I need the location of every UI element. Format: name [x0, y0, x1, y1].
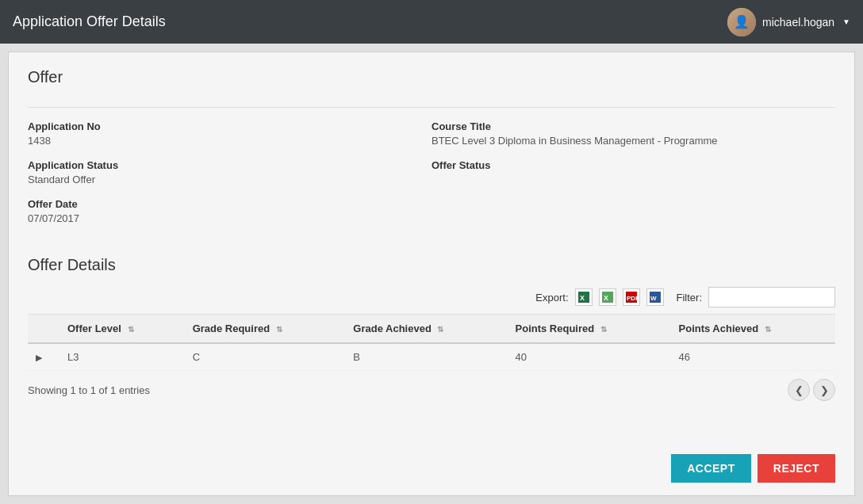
table-controls: Export: X X PDF W Filter:	[28, 287, 835, 307]
next-icon: ❯	[820, 384, 829, 396]
sort-points-required-icon[interactable]: ⇅	[600, 325, 607, 334]
export-label: Export:	[535, 292, 568, 304]
showing-text: Showing 1 to 1 of 1 entries	[28, 384, 150, 396]
application-no-value: 1438	[28, 135, 432, 147]
offer-status-label: Offer Status	[432, 159, 835, 171]
header: Application Offer Details 👤 michael.hoga…	[0, 0, 863, 44]
offer-status-group: Offer Status	[432, 159, 835, 171]
sort-grade-achieved-icon[interactable]: ⇅	[437, 325, 443, 334]
export-excel2-button[interactable]: X	[599, 288, 616, 306]
row-expand[interactable]: ▶	[28, 343, 59, 371]
offer-section: Offer	[9, 52, 854, 107]
prev-page-button[interactable]: ❮	[788, 379, 810, 401]
avatar: 👤	[727, 8, 756, 36]
pagination-row: Showing 1 to 1 of 1 entries ❮ ❯	[9, 371, 854, 409]
main-content: Offer Application No 1438 Application St…	[8, 52, 855, 496]
offer-details-section: Offer Details Export: X X PDF W Filter:	[9, 243, 854, 371]
row-grade-achieved: B	[345, 343, 507, 371]
prev-icon: ❮	[795, 384, 804, 396]
th-points-required: Points Required ⇅	[508, 315, 671, 344]
next-page-button[interactable]: ❯	[813, 379, 835, 401]
table-header: Offer Level ⇅ Grade Required ⇅ Grade Ach…	[28, 315, 835, 344]
row-points-achieved: 46	[671, 343, 835, 371]
row-offer-level: L3	[59, 343, 185, 371]
sort-offer-level-icon[interactable]: ⇅	[128, 325, 134, 334]
sort-grade-required-icon[interactable]: ⇅	[276, 325, 282, 334]
offer-date-group: Offer Date 07/07/2017	[28, 198, 432, 224]
username: michael.hogan	[762, 16, 834, 29]
table-body: ▶ L3 C B 40 46	[28, 343, 835, 371]
application-no-group: Application No 1438	[28, 120, 432, 147]
svg-text:X: X	[604, 294, 608, 302]
offer-details-title: Offer Details	[28, 256, 835, 274]
offer-fields: Application No 1438 Application Status S…	[9, 108, 854, 243]
export-word-button[interactable]: W	[646, 288, 664, 306]
page-title: Application Offer Details	[13, 13, 166, 30]
th-grade-achieved-label: Grade Achieved	[353, 323, 432, 334]
user-dropdown-arrow: ▼	[842, 17, 850, 26]
filter-label: Filter:	[677, 292, 703, 304]
th-grade-required-label: Grade Required	[193, 323, 270, 334]
application-status-label: Application Status	[28, 159, 432, 171]
sort-points-achieved-icon[interactable]: ⇅	[765, 325, 771, 334]
th-grade-achieved: Grade Achieved ⇅	[345, 315, 507, 344]
offer-details-table: Offer Level ⇅ Grade Required ⇅ Grade Ach…	[28, 314, 835, 371]
course-title-group: Course Title BTEC Level 3 Diploma in Bus…	[432, 120, 835, 147]
user-menu[interactable]: 👤 michael.hogan ▼	[727, 8, 850, 36]
th-points-achieved-label: Points Achieved	[679, 323, 759, 334]
th-offer-level-label: Offer Level	[67, 323, 121, 334]
application-status-group: Application Status Standard Offer	[28, 159, 432, 185]
application-status-value: Standard Offer	[28, 174, 432, 185]
svg-text:PDF: PDF	[627, 295, 637, 302]
pagination-controls: ❮ ❯	[788, 379, 835, 401]
course-title-label: Course Title	[432, 120, 835, 132]
th-points-achieved: Points Achieved ⇅	[671, 315, 835, 344]
th-offer-level: Offer Level ⇅	[59, 315, 185, 344]
offer-date-label: Offer Date	[28, 198, 432, 210]
row-points-required: 40	[508, 343, 671, 371]
table-row: ▶ L3 C B 40 46	[28, 343, 835, 371]
export-pdf-button[interactable]: PDF	[623, 288, 640, 306]
th-grade-required: Grade Required ⇅	[185, 315, 346, 344]
offer-date-value: 07/07/2017	[28, 212, 432, 224]
accept-button[interactable]: ACCEPT	[671, 454, 751, 483]
reject-button[interactable]: REJECT	[758, 454, 835, 483]
svg-text:W: W	[650, 295, 657, 302]
course-title-value: BTEC Level 3 Diploma in Business Managem…	[432, 135, 835, 147]
export-excel1-button[interactable]: X	[575, 288, 593, 306]
row-grade-required: C	[185, 343, 346, 371]
application-no-label: Application No	[28, 120, 432, 132]
expand-icon[interactable]: ▶	[36, 353, 42, 362]
footer-buttons: ACCEPT REJECT	[671, 454, 835, 483]
offer-section-title: Offer	[28, 68, 835, 86]
svg-text:X: X	[580, 294, 585, 302]
th-expand	[28, 315, 59, 344]
th-points-required-label: Points Required	[516, 323, 595, 334]
filter-input[interactable]	[708, 287, 835, 307]
